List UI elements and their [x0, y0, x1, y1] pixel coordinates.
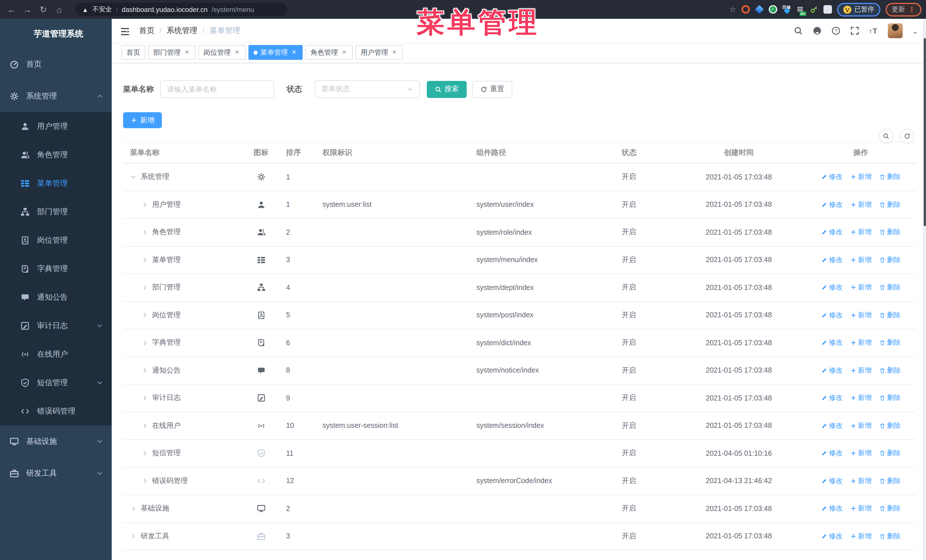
tab-close-icon[interactable]: ✕ — [341, 49, 348, 56]
delete-action-link[interactable]: 删除 — [879, 504, 901, 513]
tab-部门管理[interactable]: 部门管理✕ — [148, 45, 195, 60]
edit-action-link[interactable]: 修改 — [821, 255, 843, 265]
caret-collapsed-icon[interactable] — [141, 395, 148, 402]
caret-collapsed-icon[interactable] — [130, 505, 137, 512]
add-action-link[interactable]: 新增 — [850, 504, 872, 513]
delete-action-link[interactable]: 删除 — [879, 255, 901, 265]
tab-菜单管理[interactable]: 菜单管理✕ — [248, 45, 303, 60]
extension-tabs-icon[interactable] — [782, 5, 791, 14]
extension-green-check-icon[interactable]: ✓ — [769, 5, 777, 14]
sidebar-item-错误码管理[interactable]: 错误码管理 — [0, 397, 112, 426]
tab-close-icon[interactable]: ✕ — [183, 49, 190, 56]
sidebar-item-短信管理[interactable]: 短信管理 — [0, 368, 112, 397]
page-scrollbar[interactable] — [923, 19, 926, 560]
sidebar-item-通知公告[interactable]: 通知公告 — [0, 283, 112, 312]
sidebar-item-审计日志[interactable]: 审计日志 — [0, 312, 112, 340]
caret-collapsed-icon[interactable] — [141, 423, 148, 429]
add-action-link[interactable]: 新增 — [850, 172, 872, 182]
delete-action-link[interactable]: 删除 — [879, 476, 901, 486]
back-icon[interactable]: ← — [3, 2, 20, 17]
caret-collapsed-icon[interactable] — [141, 478, 148, 485]
edit-action-link[interactable]: 修改 — [821, 228, 843, 237]
extension-blue-gem-icon[interactable] — [755, 5, 763, 14]
caret-collapsed-icon[interactable] — [141, 284, 148, 291]
add-action-link[interactable]: 新增 — [850, 228, 872, 237]
extension-list-on-icon[interactable]: on — [796, 5, 804, 14]
edit-action-link[interactable]: 修改 — [821, 338, 843, 348]
extension-key-icon[interactable] — [809, 5, 818, 14]
add-action-link[interactable]: 新增 — [850, 531, 872, 541]
add-action-link[interactable]: 新增 — [850, 366, 872, 376]
home-icon[interactable]: ⌂ — [51, 2, 67, 17]
tab-close-icon[interactable]: ✕ — [291, 49, 298, 56]
breadcrumb-home[interactable]: 首页 — [139, 26, 154, 36]
sidebar-item-部门管理[interactable]: 部门管理 — [0, 198, 112, 226]
edit-action-link[interactable]: 修改 — [821, 200, 843, 210]
delete-action-link[interactable]: 删除 — [879, 531, 901, 541]
refresh-table-button[interactable] — [900, 129, 915, 143]
add-action-link[interactable]: 新增 — [850, 338, 872, 348]
tab-close-icon[interactable]: ✕ — [391, 49, 398, 56]
menu-name-input[interactable] — [160, 80, 274, 98]
show-search-toggle-button[interactable] — [879, 129, 894, 143]
caret-collapsed-icon[interactable] — [141, 201, 148, 208]
delete-action-link[interactable]: 删除 — [879, 366, 901, 376]
sidebar-item-基础设施[interactable]: 基础设施 — [0, 426, 112, 457]
page-scrollbar-thumb[interactable] — [924, 38, 926, 226]
delete-action-link[interactable]: 删除 — [879, 200, 901, 210]
avatar-caret-down-icon[interactable] — [912, 28, 918, 33]
edit-action-link[interactable]: 修改 — [821, 172, 843, 182]
sidebar-item-首页[interactable]: 首页 — [0, 48, 112, 80]
collapse-sidebar-icon[interactable] — [120, 27, 130, 35]
header-search-icon[interactable] — [794, 26, 803, 35]
delete-action-link[interactable]: 删除 — [879, 172, 901, 182]
kebab-menu-icon[interactable]: ⋮ — [908, 5, 915, 14]
sidebar-item-在线用户[interactable]: 在线用户 — [0, 340, 112, 368]
edit-action-link[interactable]: 修改 — [821, 504, 843, 513]
sidebar-item-系统管理[interactable]: 系统管理 — [0, 80, 112, 112]
fullscreen-icon[interactable] — [850, 26, 859, 35]
add-action-link[interactable]: 新增 — [850, 476, 872, 486]
caret-collapsed-icon[interactable] — [141, 229, 148, 236]
caret-collapsed-icon[interactable] — [141, 450, 148, 457]
edit-action-link[interactable]: 修改 — [821, 393, 843, 403]
tab-close-icon[interactable]: ✕ — [234, 49, 241, 56]
sidebar-item-字典管理[interactable]: 字典管理 — [0, 255, 112, 283]
add-action-link[interactable]: 新增 — [850, 393, 872, 403]
sidebar-item-用户管理[interactable]: 用户管理 — [0, 112, 112, 141]
tab-首页[interactable]: 首页 — [121, 45, 145, 60]
font-size-icon[interactable]: TT — [869, 26, 878, 35]
edit-action-link[interactable]: 修改 — [821, 283, 843, 293]
search-button[interactable]: 搜索 — [427, 81, 467, 98]
add-action-link[interactable]: 新增 — [850, 311, 872, 320]
sidebar-item-角色管理[interactable]: 角色管理 — [0, 141, 112, 169]
edit-action-link[interactable]: 修改 — [821, 448, 843, 458]
caret-expanded-icon[interactable] — [130, 174, 137, 181]
sidebar-item-岗位管理[interactable]: 岗位管理 — [0, 226, 112, 255]
chrome-update-button[interactable]: 更新 ⋮ — [885, 3, 921, 16]
add-action-link[interactable]: 新增 — [850, 283, 872, 293]
add-action-link[interactable]: 新增 — [850, 448, 872, 458]
edit-action-link[interactable]: 修改 — [821, 366, 843, 376]
reset-button[interactable]: 重置 — [472, 81, 512, 98]
help-icon[interactable]: ? — [831, 26, 841, 35]
caret-collapsed-icon[interactable] — [141, 257, 148, 264]
address-bar[interactable]: ▲ 不安全 | dashboard.yudao.iocoder.cn/syste… — [75, 3, 287, 16]
status-select[interactable]: 菜单状态 — [315, 80, 420, 98]
extensions-puzzle-icon[interactable] — [823, 5, 832, 14]
add-button[interactable]: 新增 — [123, 112, 162, 128]
add-action-link[interactable]: 新增 — [850, 255, 872, 265]
sidebar-item-研发工具[interactable]: 研发工具 — [0, 457, 112, 489]
caret-collapsed-icon[interactable] — [141, 340, 148, 346]
edit-action-link[interactable]: 修改 — [821, 311, 843, 320]
tab-角色管理[interactable]: 角色管理✕ — [306, 45, 353, 60]
caret-collapsed-icon[interactable] — [141, 367, 148, 374]
tab-岗位管理[interactable]: 岗位管理✕ — [198, 45, 246, 60]
bookmark-star-icon[interactable]: ☆ — [729, 5, 736, 14]
user-avatar[interactable] — [888, 23, 903, 38]
extension-orange-ring-icon[interactable] — [741, 5, 750, 14]
delete-action-link[interactable]: 删除 — [879, 228, 901, 237]
github-icon[interactable] — [813, 26, 822, 35]
delete-action-link[interactable]: 删除 — [879, 311, 901, 320]
edit-action-link[interactable]: 修改 — [821, 421, 843, 431]
